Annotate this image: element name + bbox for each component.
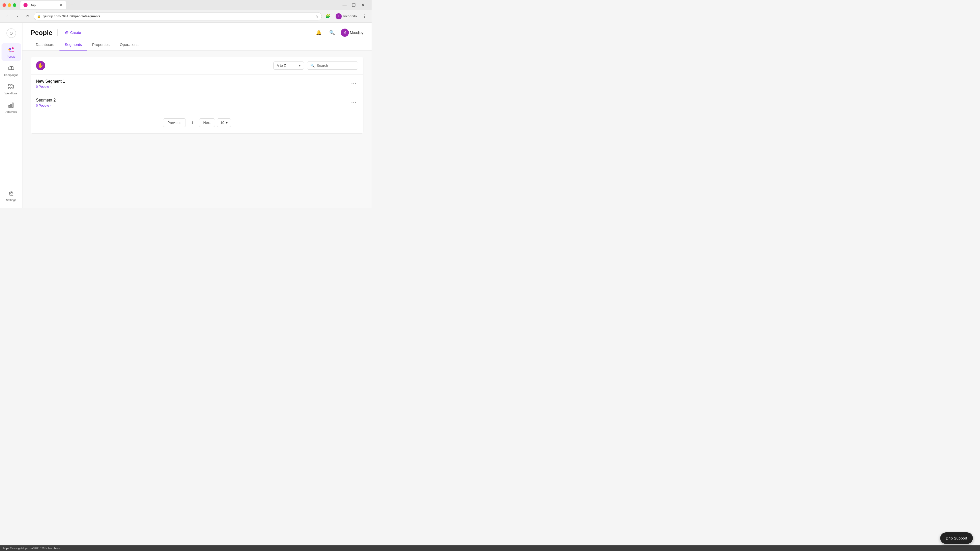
segment-count[interactable]: 0 People ›	[36, 85, 350, 89]
per-page-dropdown[interactable]: 10 ▾	[217, 118, 231, 127]
tabs-bar: Dashboard Segments Properties Operations	[22, 39, 372, 51]
restore-btn[interactable]: ❐	[350, 1, 358, 9]
browser-actions: 🧩 I Incognito ⋮	[324, 12, 369, 21]
search-btn[interactable]: 🔍	[328, 28, 337, 37]
header-actions: 🔔 🔍 M Moodjoy	[314, 28, 363, 37]
minimize-btn[interactable]: —	[340, 1, 348, 9]
current-page: 1	[188, 118, 197, 127]
svg-rect-8	[8, 87, 10, 89]
svg-rect-9	[11, 87, 12, 89]
sidebar-item-settings[interactable]: Settings	[2, 187, 21, 204]
previous-btn[interactable]: Previous	[163, 118, 186, 127]
sidebar-item-analytics-label: Analytics	[5, 110, 17, 113]
segment-more-btn[interactable]: ···	[350, 80, 358, 88]
sidebar: ☺ People	[0, 23, 22, 208]
sidebar-logo[interactable]: ☺	[5, 27, 18, 39]
sort-dropdown[interactable]: A to Z ▾	[273, 62, 304, 70]
svg-rect-15	[9, 105, 10, 107]
segment-name: New Segment 1	[36, 79, 350, 84]
sidebar-item-people-label: People	[6, 55, 15, 58]
svg-rect-17	[12, 103, 13, 107]
create-label: Create	[70, 30, 81, 35]
close-btn[interactable]: ✕	[359, 1, 367, 9]
tab-favicon: D	[24, 3, 27, 7]
plus-icon: ⊕	[65, 30, 68, 35]
lock-icon: 🔒	[37, 14, 41, 18]
main-content: People ⊕ Create 🔔 🔍 M Moodjoy	[22, 23, 372, 208]
sidebar-item-workflows[interactable]: Workflows	[2, 80, 21, 97]
header-divider	[57, 29, 58, 36]
user-avatar: M	[341, 29, 349, 37]
next-btn[interactable]: Next	[199, 118, 215, 127]
refresh-btn[interactable]: ↻	[24, 12, 32, 21]
svg-point-4	[8, 49, 10, 51]
page-title: People	[30, 29, 52, 37]
browser-controls: ‹ › ↻ 🔒 getdrip.com/7641396/people/segme…	[0, 10, 372, 22]
segment-info: New Segment 1 0 People ›	[36, 79, 350, 89]
sidebar-bottom: Settings	[2, 187, 21, 204]
workflows-icon	[7, 83, 15, 91]
settings-icon	[7, 189, 15, 197]
tab-title: Drip	[30, 3, 57, 7]
pagination: Previous 1 Next 10 ▾	[31, 112, 363, 133]
analytics-icon	[7, 101, 15, 109]
add-segment-btn[interactable]: ✋	[36, 61, 45, 70]
user-profile-btn[interactable]: M Moodjoy	[341, 29, 363, 37]
svg-rect-7	[11, 84, 12, 86]
url-text: getdrip.com/7641396/people/segments	[43, 14, 313, 18]
minimize-window-btn[interactable]: −	[8, 3, 11, 7]
sidebar-item-campaigns[interactable]: Campaigns	[2, 62, 21, 79]
chevron-down-icon: ▾	[299, 64, 301, 68]
create-btn[interactable]: ⊕ Create	[63, 29, 83, 37]
more-options-btn[interactable]: ⋮	[360, 12, 369, 21]
segment-2-count[interactable]: 0 People ›	[36, 103, 350, 107]
tab-segments[interactable]: Segments	[59, 39, 87, 51]
svg-text:☺: ☺	[9, 30, 13, 36]
sidebar-item-people[interactable]: People	[2, 43, 21, 61]
tab-dashboard[interactable]: Dashboard	[30, 39, 59, 51]
tab-properties[interactable]: Properties	[87, 39, 115, 51]
back-btn[interactable]: ‹	[3, 12, 11, 21]
segment-2-name: Segment 2	[36, 98, 350, 103]
profile-name: Incognito	[343, 14, 357, 18]
address-bar[interactable]: 🔒 getdrip.com/7641396/people/segments ☆	[34, 12, 322, 21]
browser-tab[interactable]: D Drip ✕	[21, 1, 66, 9]
extensions-btn[interactable]: 🧩	[324, 12, 332, 21]
people-icon	[7, 46, 15, 54]
top-right-controls: — ❐ ✕	[340, 1, 369, 9]
svg-point-3	[12, 48, 14, 49]
per-page-chevron-icon: ▾	[226, 121, 228, 125]
notifications-btn[interactable]: 🔔	[314, 28, 323, 37]
window-controls: × − □	[3, 3, 16, 7]
profile-avatar: I	[336, 13, 342, 19]
segment-2-more-btn[interactable]: ···	[350, 99, 358, 107]
search-input-container[interactable]: 🔍	[307, 62, 358, 70]
bookmark-icon[interactable]: ☆	[315, 14, 318, 18]
svg-rect-6	[8, 84, 10, 86]
campaigns-icon	[7, 64, 15, 73]
sort-label: A to Z	[277, 64, 286, 68]
table-row[interactable]: Segment 2 0 People › ···	[31, 93, 363, 112]
drip-logo-icon: ☺	[6, 28, 16, 38]
new-tab-btn[interactable]: +	[68, 2, 76, 9]
maximize-window-btn[interactable]: □	[13, 3, 16, 7]
bell-icon: 🔔	[316, 30, 321, 35]
list-toolbar: ✋ A to Z ▾ 🔍	[31, 57, 363, 74]
search-input[interactable]	[317, 64, 352, 68]
favicon-letter: D	[24, 4, 26, 6]
tab-operations[interactable]: Operations	[115, 39, 143, 51]
sidebar-item-analytics[interactable]: Analytics	[2, 98, 21, 116]
user-name-label: Moodjoy	[350, 30, 363, 35]
tab-close-btn[interactable]: ✕	[59, 3, 63, 7]
profile-btn[interactable]: I Incognito	[334, 12, 359, 21]
segment-info-2: Segment 2 0 People ›	[36, 98, 350, 107]
search-icon: 🔍	[310, 64, 315, 68]
close-window-btn[interactable]: ×	[3, 3, 6, 7]
svg-point-5	[11, 67, 12, 68]
table-row[interactable]: New Segment 1 0 People › ···	[31, 74, 363, 93]
app-container: ☺ People	[0, 23, 372, 208]
hand-cursor-icon: ✋	[38, 63, 43, 68]
forward-btn[interactable]: ›	[13, 12, 21, 21]
browser-titlebar: × − □ D Drip ✕ + — ❐ ✕	[0, 0, 372, 10]
svg-point-18	[10, 192, 12, 194]
